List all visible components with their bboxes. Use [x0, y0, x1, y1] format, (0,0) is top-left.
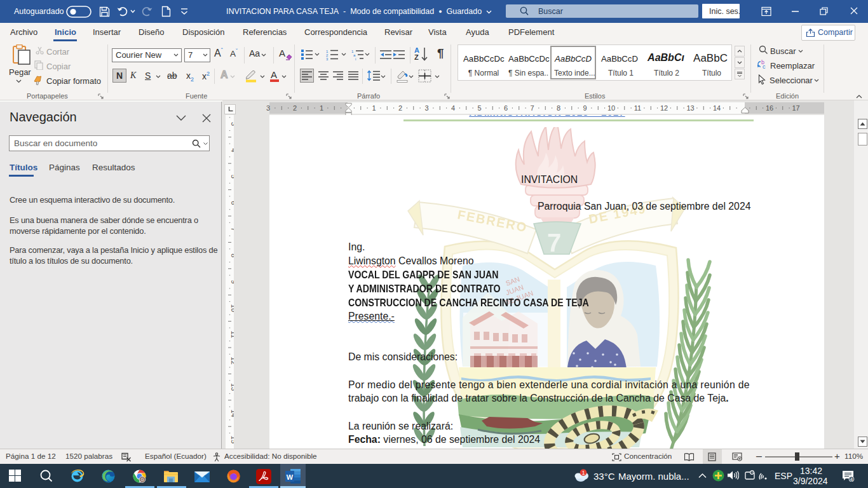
svg-text:2: 2 [398, 104, 402, 112]
svg-text:3: 3 [266, 104, 270, 112]
svg-text:10: 10 [230, 304, 234, 312]
svg-text:1: 1 [372, 104, 376, 112]
svg-text:14: 14 [230, 409, 234, 417]
svg-text:12: 12 [230, 357, 234, 365]
svg-text:4: 4 [451, 104, 455, 112]
svg-text:9: 9 [583, 104, 587, 112]
svg-text:W: W [287, 473, 294, 481]
svg-text:8: 8 [557, 104, 560, 112]
svg-text:14: 14 [713, 104, 721, 112]
svg-text:7: 7 [530, 104, 534, 112]
svg-text:11: 11 [634, 104, 641, 112]
svg-text:16: 16 [766, 104, 773, 112]
svg-text:13: 13 [686, 104, 694, 112]
svg-text:4: 4 [230, 148, 234, 152]
svg-text:c: c [763, 64, 766, 69]
svg-text:13: 13 [230, 383, 234, 391]
svg-text:12: 12 [660, 104, 668, 112]
svg-text:6: 6 [504, 104, 508, 112]
svg-text:8: 8 [230, 254, 234, 257]
svg-text:5: 5 [230, 175, 234, 179]
svg-text:6: 6 [230, 201, 234, 205]
svg-text:1: 1 [320, 104, 323, 112]
svg-text:3: 3 [230, 122, 234, 126]
svg-text:17: 17 [792, 104, 799, 112]
svg-text:15: 15 [230, 436, 234, 444]
svg-text:10: 10 [607, 104, 615, 112]
svg-text:7: 7 [230, 227, 234, 231]
svg-text:G: G [140, 477, 144, 482]
svg-text:11: 11 [230, 331, 234, 338]
svg-text:5: 5 [477, 104, 481, 112]
svg-text:7: 7 [547, 229, 561, 257]
svg-text:9: 9 [230, 280, 234, 283]
svg-text:2: 2 [293, 104, 297, 112]
svg-text:4: 4 [850, 477, 853, 482]
svg-text:3: 3 [326, 57, 329, 61]
svg-text:i: i [355, 57, 356, 60]
svg-text:1: 1 [582, 470, 585, 476]
svg-text:3: 3 [424, 104, 428, 112]
